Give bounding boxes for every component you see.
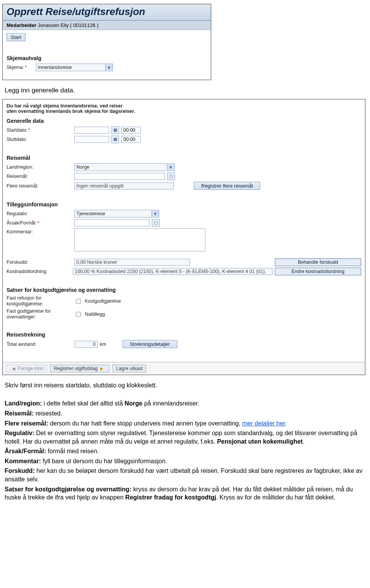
instr-p0: Skriv først inn reisens startdato, slutt…: [5, 381, 365, 390]
register-flere-reisemal-button[interactable]: Registrer flere reisemål: [194, 182, 260, 190]
startdato-label: Startdato:*: [7, 127, 72, 133]
kostgodtgjorelse-cb-label: Kostgodtgjørelse: [85, 298, 121, 304]
start-button[interactable]: Start: [7, 33, 25, 41]
chevron-down-icon: ▼: [167, 164, 174, 170]
arrow-left-icon: ◀: [11, 366, 16, 371]
create-expense-panel: Opprett Reise/utgiftsrefusjon Medarbeide…: [2, 4, 211, 80]
panel-header: Opprett Reise/utgiftsrefusjon: [3, 4, 211, 20]
forrige-trinn-button: ◀ Forrige trinn: [6, 365, 47, 372]
registrer-utgiftsbilag-button[interactable]: Registrer utgiftsbilag ▶: [50, 365, 109, 372]
employee-bar: Medarbeider Jonassen Elly ( 00101126 ): [3, 20, 211, 30]
sluttdato-label: Sluttdato:: [7, 137, 72, 142]
landregion-value: Norge: [76, 164, 89, 170]
mer-detaljer-link[interactable]: mer detaljer her: [242, 420, 285, 427]
info-line2: uten overnatting innenlands bruk skjema …: [7, 109, 135, 114]
instr-p6: Kommentar: fyll bare ut dersom du har ti…: [5, 457, 365, 466]
reisemal-label: Reisemål:: [7, 174, 72, 179]
kostnadstilordning-readonly: [73, 268, 272, 275]
info-line1: Du har nå valgt skjema Innenlandsreise, …: [7, 103, 123, 109]
instr-p7: Forskudd: her kan du se beløpet dersom f…: [5, 467, 365, 483]
nattillegg-checkbox[interactable]: [76, 312, 81, 317]
total-avstand-label: Total avstand:: [7, 342, 72, 347]
landregion-label: Land/region:: [7, 164, 72, 170]
wizard-footer: ◀ Forrige trinn Registrer utgiftsbilag ▶…: [3, 362, 365, 375]
lagre-utkast-button[interactable]: Lagre utkast: [113, 365, 146, 372]
calendar-icon[interactable]: ▦: [111, 126, 119, 134]
kostnadstilordning-label: Kostnadstilordning:: [7, 269, 71, 274]
instr-p2: Reisemål: reisested.: [5, 409, 365, 418]
endre-kostnadstilordning-button[interactable]: Endre kostnadstilordning: [275, 268, 361, 275]
aarsak-label: Årsak/Formål:*: [7, 220, 72, 226]
kommentar-textarea[interactable]: [74, 228, 205, 251]
flere-reisemal-label: Flere reisemål:: [7, 183, 72, 189]
section-tillegg: Tilleggsinformasjon: [3, 201, 365, 208]
instr-p5: Årsak/Formål: formål med reisen.: [5, 447, 365, 456]
section-satser: Satser for kostgodtgjørelse og overnatti…: [3, 287, 365, 293]
employee-value: Jonassen Elly ( 00101126 ): [38, 22, 99, 28]
intro-text: Legg inn generelle data.: [2, 84, 368, 99]
chevron-down-icon: ▼: [151, 211, 159, 217]
fast-natt-label: Fast godtgjørelse for overnattinger:: [7, 308, 72, 320]
skjemautvalg-title: Skjemautvalg: [3, 55, 211, 61]
landregion-dropdown[interactable]: Norge ▼: [74, 163, 175, 171]
nattillegg-cb-label: Nattillegg: [85, 312, 105, 317]
skjema-dropdown-value: Innenlandsreise: [38, 65, 72, 70]
general-data-panel: Du har nå valgt skjema Innenlandsreise, …: [2, 99, 365, 375]
calendar-icon[interactable]: ▦: [111, 136, 119, 143]
regulativ-label: Regulativ:: [7, 211, 72, 216]
forskudd-readonly: [74, 259, 190, 266]
start-button-label: Start: [11, 34, 21, 40]
strekningsdetaljer-button[interactable]: Strekningsdetaljer: [123, 340, 177, 348]
lookup-icon[interactable]: ▢: [167, 173, 175, 180]
kostgodtgjorelse-checkbox[interactable]: [76, 299, 81, 304]
instr-p4: Regulativ: Det er overnatting som styrer…: [5, 429, 365, 446]
lookup-icon[interactable]: ▢: [152, 219, 160, 227]
slutttid-input[interactable]: [121, 136, 141, 143]
panel-title: Opprett Reise/utgiftsrefusjon: [7, 6, 207, 18]
section-strekning: Reisestrekning: [3, 332, 365, 338]
instr-p1: Land/region: i dette feltet skal det all…: [5, 399, 365, 408]
instructions-block: Skriv først inn reisens startdato, slutt…: [2, 379, 368, 507]
section-general: Generelle data: [3, 118, 365, 124]
employee-label: Medarbeider: [7, 22, 36, 28]
arrow-right-icon: ▶: [99, 366, 104, 371]
regulativ-value: Tjenestereise: [76, 211, 105, 216]
total-avstand-readonly: [74, 341, 98, 348]
startdato-input[interactable]: [74, 127, 109, 134]
regulativ-dropdown[interactable]: Tjenestereise ▼: [74, 210, 159, 218]
skjema-dropdown[interactable]: Innenlandsreise ▼: [36, 64, 113, 71]
forskudd-label: Forskudd:: [7, 260, 72, 265]
starttid-input[interactable]: [121, 127, 141, 134]
kommentar-label: Kommentar:: [7, 228, 72, 235]
fast-kost-label: Fast refusjon for kostgodtgjørelse:: [7, 295, 72, 307]
chevron-down-icon: ▼: [105, 64, 113, 70]
section-reisemal: Reisemål: [3, 155, 365, 161]
flere-reisemal-readonly: [74, 183, 174, 189]
skjema-label: Skjema:*: [7, 65, 34, 70]
km-label: km: [100, 342, 106, 347]
instr-p3: Flere reisemål: dersom du har hatt flere…: [5, 419, 365, 428]
aarsak-input[interactable]: [74, 219, 150, 226]
sluttdato-input[interactable]: [74, 136, 109, 143]
instr-p8: Satser for kostgodtgjørelse og overnatti…: [5, 485, 365, 502]
behandle-forskudd-button[interactable]: Behandle forskudd: [275, 258, 361, 266]
reisemal-input[interactable]: [74, 173, 165, 180]
